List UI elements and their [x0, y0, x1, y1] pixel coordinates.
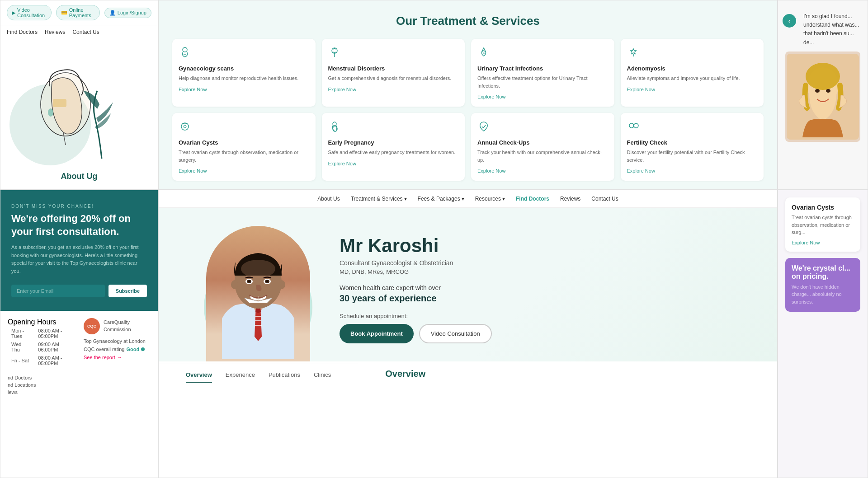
service-ovarian-cysts: Ovarian Cysts Treat ovarian cysts throug… — [172, 113, 316, 181]
service-desc-4: Alleviate symptoms and improve your qual… — [627, 75, 758, 82]
explore-1[interactable]: Explore Now — [179, 87, 309, 92]
adenomyosis-icon — [627, 46, 758, 61]
promo-desc: As a subscriber, you get an exclusive 20… — [11, 244, 147, 275]
back-button[interactable]: ‹ — [783, 14, 796, 28]
explore-7[interactable]: Explore Now — [477, 168, 608, 173]
video-consultation-btn[interactable]: ▶ Video Consultation — [7, 5, 52, 20]
panel-top-left: ▶ Video Consultation 💳 Online Payments 👤… — [0, 0, 158, 190]
nav-contact-bottom[interactable]: Contact Us — [591, 196, 618, 202]
nav-fees-packages[interactable]: Fees & Packages ▾ — [418, 196, 464, 202]
service-title-3: Urinary Tract Infections — [477, 65, 608, 72]
gynaecology-icon — [179, 46, 309, 61]
nav-reviews[interactable]: Reviews — [45, 29, 65, 35]
service-fertility-check: Fertility Check Discover your fertility … — [621, 113, 764, 181]
secondary-nav: Find Doctors Reviews Contact Us — [0, 25, 158, 39]
tab-clinics[interactable]: Clinics — [314, 371, 331, 383]
service-adenomyosis: Adenomyosis Alleviate symptoms and impro… — [621, 39, 764, 107]
cqc-name: CareQualityCommission — [104, 319, 131, 333]
time-1: 08:00 AM - 05:00PM — [35, 327, 78, 340]
service-title-6: Early Pregnancy — [328, 139, 459, 146]
doctor-exp-text: Women health care expert with over — [340, 284, 750, 291]
video-consultation-button[interactable]: Video Consultation — [419, 324, 492, 343]
hours-table: Mon - Tues 08:00 AM - 05:00PM Wed - Thu … — [8, 326, 79, 368]
explore-3[interactable]: Explore Now — [477, 94, 608, 99]
testimonial-person-image — [785, 52, 860, 142]
svg-point-16 — [826, 89, 830, 93]
tab-experience[interactable]: Experience — [226, 371, 255, 383]
doctor-exp-years: 30 years of experience — [340, 293, 750, 304]
login-signup-btn[interactable]: 👤 Login/Signup — [104, 8, 151, 18]
panel-bottom-left: DON'T MISS YOUR CHANCE! We're offering 2… — [0, 190, 158, 478]
doctor-photo — [206, 226, 310, 361]
fertility-icon — [627, 120, 758, 136]
checkup-icon — [477, 120, 608, 136]
service-early-pregnancy: Early Pregnancy Safe and effective early… — [322, 113, 465, 181]
nav-contact[interactable]: Contact Us — [72, 29, 99, 35]
nav-find-doctors[interactable]: Find Doctors — [7, 29, 38, 35]
service-desc-2: Get a comprehensive diagnosis for menstr… — [328, 75, 459, 82]
footer-nav-locations[interactable]: nd Locations — [8, 382, 79, 388]
user-icon: 👤 — [109, 10, 116, 16]
svg-point-20 — [241, 260, 275, 278]
ovarian-cysts-card: Ovarian Cysts Treat ovarian cysts throug… — [785, 197, 860, 252]
doctor-image-container — [195, 217, 321, 361]
service-desc-6: Safe and effective early pregnancy treat… — [328, 149, 459, 156]
explore-2[interactable]: Explore Now — [328, 87, 459, 92]
explore-5[interactable]: Explore Now — [179, 168, 309, 173]
doctor-panel: About Us Treatment & Services ▾ Fees & P… — [158, 190, 778, 478]
online-payments-btn[interactable]: 💳 Online Payments — [56, 5, 100, 20]
footer-nav-find[interactable]: nd Doctors — [8, 375, 79, 380]
nav-about-us[interactable]: About Us — [317, 196, 340, 202]
payment-icon: 💳 — [61, 10, 67, 16]
services-title: Our Treatment & Services — [172, 14, 764, 28]
svg-point-2 — [48, 108, 53, 117]
doctor-info: Mr Karoshi Consultant Gynaecologist & Ob… — [321, 217, 750, 361]
ovarian-explore-link[interactable]: Explore Now — [792, 240, 854, 245]
doctor-title: Consultant Gynaecologist & Obstetrician — [340, 259, 750, 267]
pricing-desc: We don't have hidden charge... absolutel… — [792, 283, 854, 306]
cqc-rating-label: CQC overall rating — [84, 347, 124, 352]
service-title-8: Fertility Check — [627, 139, 758, 146]
svg-point-8 — [333, 122, 336, 126]
explore-4[interactable]: Explore Now — [627, 87, 758, 92]
service-desc-3: Offers effective treatment options for U… — [477, 75, 608, 89]
svg-point-5 — [483, 52, 485, 54]
nav-resources[interactable]: Resources ▾ — [475, 196, 505, 202]
see-report-link[interactable]: See the report → — [84, 355, 151, 360]
service-title-1: Gynaecology scans — [179, 65, 309, 72]
footer-nav-reviews[interactable]: iews — [8, 389, 79, 395]
svg-point-7 — [184, 125, 186, 128]
testimonial-panel: ‹ I'm so glad I found... understand what… — [778, 0, 868, 190]
svg-point-3 — [183, 47, 187, 52]
promo-title: We're offering 20% off on your first con… — [11, 212, 147, 238]
panel-bottom-right: Ovarian Cysts Treat ovarian cysts throug… — [778, 190, 868, 478]
hours-row-3: Fri - Sat 08:00 AM - 05:00PM — [9, 354, 78, 367]
menstrual-icon — [328, 46, 459, 61]
email-input[interactable] — [11, 285, 105, 297]
about-ug-label: About Ug — [61, 172, 98, 181]
cqc-location: Top Gynaecology at London — [84, 338, 151, 345]
cqc-logo: CQC CareQualityCommission — [84, 318, 151, 334]
explore-8[interactable]: Explore Now — [627, 168, 758, 173]
svg-point-11 — [634, 123, 638, 128]
doctor-credentials: MD, DNB, MRes, MRCOG — [340, 268, 750, 275]
tab-publications[interactable]: Publications — [269, 371, 300, 383]
book-appointment-button[interactable]: Book Appointment — [340, 324, 414, 343]
chevron-down-icon-2: ▾ — [462, 196, 464, 202]
uti-icon — [477, 46, 608, 61]
svg-point-14 — [806, 63, 840, 90]
explore-6[interactable]: Explore Now — [328, 161, 459, 166]
testimonial-text: I'm so glad I found... understand what w… — [803, 12, 860, 47]
nav-treatment-services[interactable]: Treatment & Services ▾ — [351, 196, 407, 202]
service-gynaecology-scans: Gynaecology scans Help diagnose and moni… — [172, 39, 316, 107]
svg-rect-1 — [53, 99, 66, 107]
nav-find-doctors-bottom[interactable]: Find Doctors — [516, 196, 549, 202]
service-annual-checkups: Annual Check-Ups Track your health with … — [471, 113, 614, 181]
subscribe-button[interactable]: Subscribe — [108, 285, 147, 297]
svg-point-28 — [278, 280, 285, 289]
doctor-hero: Mr Karoshi Consultant Gynaecologist & Ob… — [159, 208, 777, 361]
days-1: Mon - Tues — [9, 327, 34, 340]
svg-point-23 — [248, 281, 250, 282]
tab-overview[interactable]: Overview — [186, 371, 212, 383]
nav-reviews-bottom[interactable]: Reviews — [560, 196, 580, 202]
